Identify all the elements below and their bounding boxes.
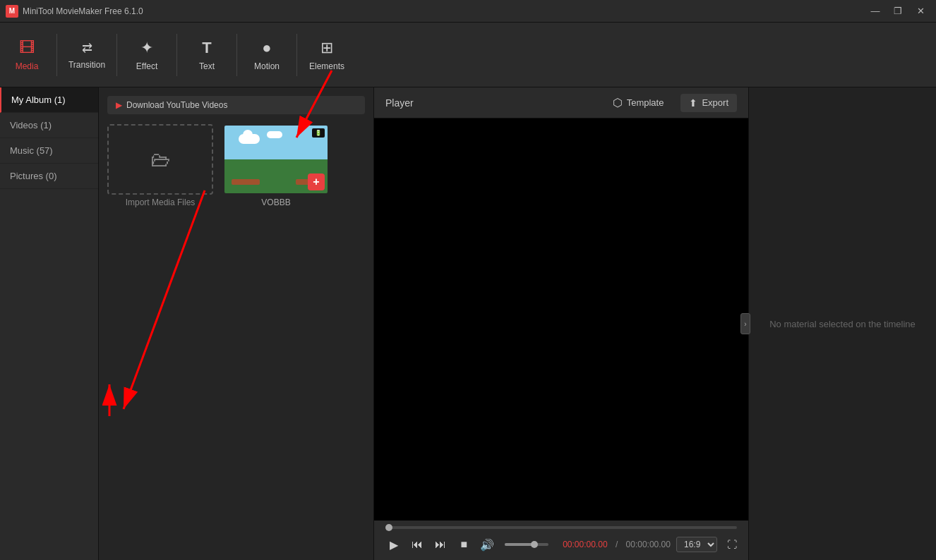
- volume-thumb: [531, 541, 538, 548]
- restore-button[interactable]: ❐: [888, 4, 908, 18]
- elements-icon: ⊞: [320, 39, 333, 57]
- export-label: Export: [702, 97, 728, 108]
- play-button[interactable]: ▶: [385, 535, 403, 554]
- far-right-panel: › No material selected on the timeline: [748, 87, 936, 560]
- template-label: Template: [627, 97, 664, 108]
- download-bar-label: Download YouTube Videos: [126, 100, 227, 110]
- import-media-item: 🗁 Import Media Files: [107, 124, 213, 207]
- minimize-button[interactable]: —: [865, 4, 885, 18]
- media-icon: 🎞: [19, 39, 35, 57]
- toolbar-transition[interactable]: ⇄ Transition: [60, 27, 114, 83]
- vobbb-thumbnail[interactable]: 🔋 +: [223, 124, 329, 195]
- controls-row: ▶ ⏮ ⏭ ■ 🔊 00:00:00.00 / 00:00:00.00 16:9…: [385, 535, 737, 554]
- template-icon: ⬡: [613, 96, 623, 109]
- next-frame-button[interactable]: ⏭: [432, 535, 450, 554]
- toolbar-effect[interactable]: ✦ Effect: [120, 27, 174, 83]
- import-label: Import Media Files: [126, 197, 196, 207]
- cloud-1: [239, 134, 260, 144]
- motion-label: Motion: [254, 61, 280, 71]
- toolbar-motion[interactable]: ● Motion: [240, 27, 294, 83]
- transition-icon: ⇄: [82, 40, 92, 56]
- volume-slider[interactable]: [505, 543, 548, 546]
- player-topbar: Player ⬡ Template ⬆ Export: [374, 87, 748, 118]
- media-label: Media: [16, 61, 39, 71]
- player-label: Player: [385, 97, 414, 109]
- toolbar-separator-5: [296, 34, 297, 76]
- sidebar-item-pictures[interactable]: Pictures (0): [0, 164, 98, 189]
- left-inner: My Album (1) Videos (1) Music (57) Pictu…: [0, 87, 373, 560]
- effect-icon: ✦: [140, 39, 153, 57]
- volume-button[interactable]: 🔊: [479, 535, 496, 554]
- download-youtube-bar[interactable]: ▶ Download YouTube Videos: [107, 96, 365, 114]
- main-area: My Album (1) Videos (1) Music (57) Pictu…: [0, 87, 936, 560]
- fullscreen-button[interactable]: ⛶: [727, 539, 737, 550]
- media-content: ▶ Download YouTube Videos 🗁 Import Media…: [99, 87, 373, 560]
- stop-button[interactable]: ■: [455, 535, 473, 554]
- app-title: MiniTool MovieMaker Free 6.1.0: [23, 6, 143, 16]
- effect-label: Effect: [136, 61, 157, 71]
- no-material-text: No material selected on the timeline: [769, 319, 916, 329]
- toolbar-text[interactable]: T Text: [180, 27, 234, 83]
- toolbar-separator-3: [176, 34, 177, 76]
- motion-icon: ●: [262, 39, 271, 57]
- toolbar-separator-2: [116, 34, 117, 76]
- text-label: Text: [199, 61, 215, 71]
- titlebar-left: M MiniTool MovieMaker Free 6.1.0: [6, 5, 143, 18]
- time-current: 00:00:00.00: [563, 540, 607, 549]
- panel-collapse-button[interactable]: ›: [740, 313, 750, 334]
- template-button[interactable]: ⬡ Template: [604, 92, 673, 113]
- platform-1: [232, 179, 260, 185]
- folder-icon: 🗁: [150, 148, 170, 171]
- player-controls: ▶ ⏮ ⏭ ■ 🔊 00:00:00.00 / 00:00:00.00 16:9…: [374, 521, 748, 560]
- close-button[interactable]: ✕: [911, 4, 930, 18]
- progress-bar[interactable]: [385, 526, 737, 529]
- toolbar-separator-4: [236, 34, 237, 76]
- player-screen: [374, 118, 748, 521]
- window-controls: — ❐ ✕: [865, 4, 930, 18]
- player-panel: Player ⬡ Template ⬆ Export ▶: [374, 87, 748, 560]
- volume-fill: [505, 543, 534, 546]
- media-grid: 🗁 Import Media Files: [107, 124, 365, 207]
- cloud-2: [267, 131, 282, 138]
- elements-label: Elements: [309, 61, 344, 71]
- sidebar-item-my-album[interactable]: My Album (1): [0, 87, 98, 113]
- titlebar: M MiniTool MovieMaker Free 6.1.0 — ❐ ✕: [0, 0, 936, 23]
- text-icon: T: [202, 39, 211, 57]
- left-panel: My Album (1) Videos (1) Music (57) Pictu…: [0, 87, 374, 560]
- add-to-timeline-button[interactable]: +: [308, 174, 325, 190]
- progress-thumb: [385, 524, 392, 531]
- toolbar-media[interactable]: 🎞 Media: [0, 27, 54, 83]
- import-media-button[interactable]: 🗁: [107, 124, 213, 195]
- time-total: 00:00:00.00: [626, 540, 671, 549]
- vobbb-label: VOBBB: [261, 197, 290, 207]
- export-icon: ⬆: [689, 97, 697, 109]
- media-thumb-vobbb: 🔋 + VOBBB: [223, 124, 329, 207]
- sidebar-item-videos[interactable]: Videos (1): [0, 113, 98, 138]
- player-actions: ⬡ Template ⬆ Export: [604, 92, 737, 113]
- toolbar-elements[interactable]: ⊞ Elements: [300, 27, 354, 83]
- export-button[interactable]: ⬆ Export: [680, 94, 737, 112]
- toolbar-separator: [56, 34, 57, 76]
- time-separator: /: [613, 540, 620, 549]
- prev-frame-button[interactable]: ⏮: [409, 535, 426, 554]
- sidebar-item-music[interactable]: Music (57): [0, 138, 98, 164]
- sidebar: My Album (1) Videos (1) Music (57) Pictu…: [0, 87, 99, 560]
- battery-badge: 🔋: [312, 128, 325, 138]
- transition-label: Transition: [68, 60, 105, 70]
- main-toolbar: 🎞 Media ⇄ Transition ✦ Effect T Text ● M…: [0, 23, 936, 87]
- youtube-icon: ▶: [116, 100, 122, 110]
- app-logo: M: [6, 5, 18, 18]
- aspect-ratio-select[interactable]: 16:9 9:16 1:1 4:3: [676, 537, 717, 552]
